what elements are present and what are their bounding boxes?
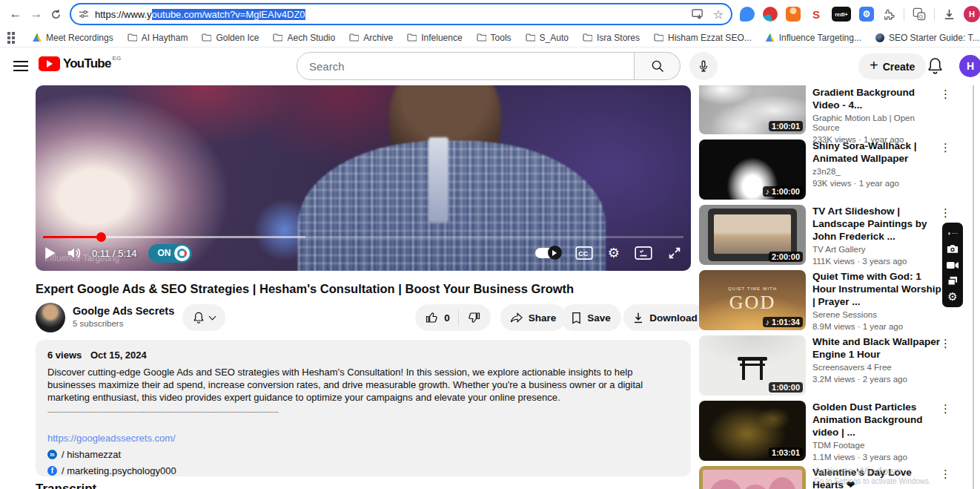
like-button[interactable] (426, 311, 439, 324)
video-title[interactable]: White and Black Wallpaper Engine 1 Hour (812, 335, 943, 361)
extension-redt-icon[interactable]: redt+ (832, 7, 851, 22)
facebook-row[interactable]: f / marketing.psychology000 (47, 465, 679, 477)
save-page-icon[interactable] (692, 9, 704, 20)
video-title[interactable]: Golden Dust Particles Animation Backgrou… (812, 401, 943, 439)
video-thumbnail[interactable] (699, 466, 806, 489)
extensions-puzzle-icon[interactable] (882, 7, 895, 21)
video-channel[interactable]: Graphic Motion Lab | Open Source (812, 114, 943, 133)
bookmark-golden-ice[interactable]: Golden Ice (202, 33, 259, 43)
record-video-icon[interactable] (947, 258, 959, 272)
bookmark-s-auto[interactable]: S_Auto (526, 33, 569, 43)
bookmark-ai-haytham[interactable]: AI Haytham (128, 33, 188, 43)
bookmark-meet-recordings[interactable]: Meet Recordings (33, 33, 113, 43)
kebab-menu-icon[interactable]: ⋮ (940, 206, 951, 220)
bookmark-isra-stores[interactable]: Isra Stores (583, 33, 640, 43)
video-channel[interactable]: TV Art Gallery (812, 245, 943, 255)
kebab-menu-icon[interactable]: ⋮ (940, 467, 951, 481)
menu-icon[interactable] (13, 61, 28, 71)
channel-name[interactable]: Goolge Ads Secrets (73, 305, 174, 317)
bookmark-archive[interactable]: Archive (349, 33, 393, 43)
channel-avatar[interactable] (36, 303, 65, 332)
url-selected-text[interactable]: outube.com/watch?v=MglEAIv4DZ0 (152, 9, 305, 20)
back-button[interactable]: ← (6, 4, 25, 24)
video-channel[interactable]: Serene Sessions (812, 310, 943, 320)
linkedin-row[interactable]: in / hishamezzat (47, 448, 679, 461)
search-input[interactable] (309, 60, 591, 73)
copy-windows-icon[interactable] (947, 275, 958, 288)
video-channel[interactable]: Screensavers 4 Free (812, 363, 943, 373)
kebab-menu-icon[interactable]: ⋮ (940, 141, 951, 154)
video-channel[interactable]: TDM Footage (812, 441, 943, 450)
video-thumbnail[interactable]: 1:03:01 (699, 401, 806, 461)
extension-person-icon[interactable] (786, 7, 801, 22)
downloads-icon[interactable] (943, 8, 956, 21)
bookmark-influence-targeting[interactable]: Influence Targeting... (766, 33, 861, 43)
kebab-menu-icon[interactable]: ⋮ (940, 88, 951, 101)
bookmark-hisham-ezzat-seo[interactable]: Hisham Ezzat SEO... (654, 33, 752, 43)
download-button[interactable]: Download (623, 304, 706, 331)
extension-gear-icon[interactable]: ⚙ (859, 7, 874, 22)
bookmark-seo-starter-guide[interactable]: SEO Starter Guide: T... (875, 33, 980, 43)
screenshot-camera-icon[interactable] (947, 243, 959, 256)
extension-tag-icon[interactable] (740, 7, 755, 22)
search-button[interactable] (635, 52, 681, 80)
video-channel[interactable]: z3n28_ (812, 167, 943, 177)
related-video-3[interactable]: 2:00:00 TV Art Slideshow | Landscape Pai… (699, 205, 973, 269)
captions-button[interactable]: CC (575, 246, 593, 260)
save-button[interactable]: Save (560, 304, 621, 331)
related-video-2[interactable]: ♪ 1:00:00 Shiny Sora-Wallhack | Animated… (699, 140, 973, 203)
video-title[interactable]: Gradient Background Video - 4... (812, 86, 943, 111)
kebab-menu-icon[interactable]: ⋮ (940, 337, 951, 350)
fullscreen-button[interactable] (667, 246, 682, 260)
url-text[interactable]: https://www.y (95, 9, 152, 20)
search-box[interactable] (297, 52, 635, 80)
kebab-menu-icon[interactable]: ⋮ (940, 402, 951, 416)
translate-icon[interactable]: G (913, 7, 926, 21)
dislike-button[interactable] (467, 311, 480, 324)
capture-extension-toolbar[interactable]: ◐⋯ ⚙ (942, 223, 963, 307)
video-thumbnail[interactable]: 2:00:00 (699, 205, 806, 265)
extension-s-icon[interactable]: S (812, 8, 820, 21)
video-title[interactable]: Quiet Time with God: 1 Hour Instrumental… (812, 270, 943, 308)
capture-settings-gear-icon[interactable]: ⚙ (947, 290, 957, 303)
related-video-5[interactable]: 1:00:00 White and Black Wallpaper Engine… (699, 335, 973, 399)
address-bar[interactable]: https://www.youtube.com/watch?v=MglEAIv4… (70, 3, 732, 25)
mic-button[interactable] (689, 52, 718, 80)
video-player[interactable]: Influence Targeting 0:11 / 5:14 ON CC ⚙ (36, 85, 691, 271)
video-title[interactable]: TV Art Slideshow | Landscape Paintings b… (812, 205, 943, 243)
page-scrollbar[interactable] (973, 85, 974, 489)
autoplay-toggle[interactable] (535, 248, 560, 258)
capture-logo-icon[interactable]: ◐⋯ (948, 226, 958, 240)
bookmark-star-icon[interactable]: ☆ (713, 7, 724, 22)
refresh-button[interactable] (46, 4, 65, 24)
extension-on-toggle[interactable]: ON (148, 244, 192, 263)
video-thumbnail[interactable]: 1:00:00 (699, 335, 806, 396)
video-title[interactable]: Shiny Sora-Wallhack | Animated Wallpaper (812, 140, 943, 165)
share-button[interactable]: Share (500, 304, 566, 331)
description-box[interactable]: 6 views Oct 15, 2024 Discover cutting-ed… (36, 340, 691, 476)
bookmark-aech-studio[interactable]: Aech Studio (273, 33, 335, 43)
youtube-logo[interactable]: YouTube EG (39, 56, 121, 71)
progress-bar[interactable] (43, 236, 683, 238)
website-link[interactable]: https://googleadssecrets.com/ (47, 432, 679, 444)
site-settings-icon[interactable] (79, 9, 89, 19)
extension-ring-icon[interactable] (763, 7, 778, 22)
apps-grid-icon[interactable] (7, 32, 15, 44)
notifications-bell-icon[interactable] (927, 56, 944, 75)
youtube-profile-avatar[interactable]: H (959, 55, 980, 77)
bookmark-tools[interactable]: Tools (477, 33, 511, 43)
settings-gear-icon[interactable]: ⚙ (608, 245, 620, 261)
play-button[interactable] (44, 246, 56, 260)
notification-settings-button[interactable] (182, 304, 225, 331)
forward-button[interactable]: → (27, 4, 46, 24)
browser-profile-avatar[interactable]: H (964, 6, 980, 22)
bookmark-infeluence[interactable]: Infeluence (407, 33, 462, 43)
related-video-7[interactable]: Valentine's Day Love Hearts ❤ Romantic F… (699, 466, 973, 489)
video-thumbnail[interactable]: ♪ 1:00:00 (699, 140, 806, 200)
related-video-6[interactable]: 1:03:01 Golden Dust Particles Animation … (699, 401, 973, 465)
miniplayer-button[interactable] (635, 246, 652, 260)
volume-button[interactable] (67, 246, 82, 260)
create-button[interactable]: + Create (858, 53, 926, 79)
related-video-4[interactable]: QUIET TIME WITH GOD ♪ 1:01:34 Quiet Time… (699, 270, 973, 334)
video-thumbnail[interactable]: QUIET TIME WITH GOD ♪ 1:01:34 (699, 270, 806, 330)
